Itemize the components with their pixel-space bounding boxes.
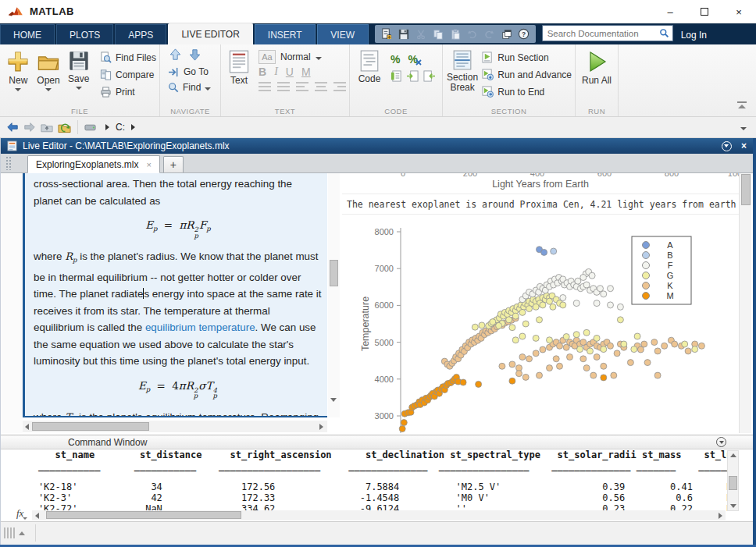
scroll-right-icon[interactable]	[719, 513, 722, 519]
comment-icon[interactable]: %	[390, 53, 400, 66]
search-documentation-box[interactable]	[542, 25, 673, 41]
tab-apps[interactable]: APPS	[115, 24, 166, 44]
window-actions-icon[interactable]	[722, 141, 732, 151]
underline-button[interactable]: U	[286, 66, 294, 78]
open-button[interactable]: Open	[34, 47, 64, 105]
run-section-label: Run Section	[497, 52, 548, 63]
save-icon[interactable]	[395, 27, 412, 42]
run-and-advance-button[interactable]: Run and Advance	[482, 69, 572, 80]
editor-hscroll-thumb[interactable]	[32, 422, 149, 431]
align-right-icon[interactable]	[333, 82, 346, 91]
smart-indent-icon[interactable]	[390, 70, 402, 82]
go-to-label: Go To	[184, 66, 209, 77]
run-to-end-button[interactable]: Run to End	[482, 86, 572, 98]
indent-right-icon[interactable]	[407, 70, 419, 82]
browse-folder-icon[interactable]	[56, 119, 72, 135]
scroll-left-icon[interactable]	[25, 424, 29, 430]
tab-home[interactable]: HOME	[0, 24, 55, 44]
dock-windows-icon[interactable]	[498, 27, 515, 42]
uncomment-icon[interactable]: %	[408, 53, 417, 66]
address-dropdown-arrow[interactable]	[740, 127, 747, 130]
numbered-list-icon[interactable]	[277, 82, 290, 91]
find-files-button[interactable]: Find Files	[100, 52, 156, 63]
cut-icon[interactable]	[412, 27, 430, 42]
maximize-button[interactable]	[687, 0, 722, 23]
bulleted-list-icon[interactable]	[259, 82, 271, 91]
undo-icon[interactable]	[464, 27, 481, 42]
breadcrumb-arrow-icon[interactable]	[131, 124, 135, 130]
new-button[interactable]: New	[3, 47, 34, 105]
log-in-button[interactable]: Log In	[681, 25, 707, 44]
hyperlink[interactable]: equilibrium temperature	[145, 321, 255, 333]
tab-plots[interactable]: PLOTS	[56, 24, 113, 44]
new-script-icon[interactable]	[378, 27, 395, 42]
find-dropdown-arrow[interactable]	[205, 87, 211, 91]
new-tab-button[interactable]: +	[163, 156, 184, 172]
live-editor-document[interactable]: cross-sectional area. Then the total ene…	[23, 173, 327, 417]
command-horizontal-scrollbar[interactable]	[32, 510, 726, 520]
run-all-button[interactable]: Run All	[579, 47, 615, 105]
editor-horizontal-scrollbar[interactable]	[23, 421, 327, 432]
bold-button[interactable]: B	[259, 66, 266, 78]
style-dropdown-arrow[interactable]	[316, 57, 322, 60]
editor-vscroll-thumb[interactable]	[330, 260, 338, 286]
command-vertical-scrollbar[interactable]	[727, 450, 739, 511]
help-icon[interactable]: ?	[515, 27, 533, 42]
command-window-output[interactable]: st_name st_distance st_right_ascension s…	[1, 450, 736, 511]
copy-icon[interactable]	[430, 27, 447, 42]
up-folder-icon[interactable]	[39, 119, 55, 135]
align-left-icon[interactable]	[296, 82, 308, 91]
run-section-button[interactable]: Run Section	[482, 52, 572, 63]
paste-icon[interactable]	[447, 27, 464, 42]
tab-view[interactable]: VIEW	[317, 24, 369, 44]
text-icon	[229, 50, 249, 73]
close-button[interactable]: ×	[722, 0, 756, 23]
go-down-icon[interactable]	[189, 48, 201, 61]
document-vscroll-thumb[interactable]	[741, 174, 751, 205]
align-center-icon[interactable]	[315, 82, 327, 91]
ribbon-group-run: Run All RUN	[576, 44, 619, 116]
go-up-icon[interactable]	[169, 48, 181, 61]
scroll-down-icon[interactable]	[330, 398, 337, 402]
text-button[interactable]: Text	[224, 47, 254, 105]
live-editor-close-icon[interactable]: ×	[741, 140, 747, 151]
editor-vertical-scrollbar[interactable]	[328, 173, 340, 417]
save-dropdown-arrow[interactable]	[76, 87, 82, 90]
redo-icon[interactable]	[481, 27, 498, 42]
minimize-button[interactable]: –	[653, 0, 687, 23]
code-button[interactable]: Code	[353, 47, 386, 105]
ribbon-group-file: New Open Save Find Files Com	[0, 44, 160, 116]
tabstrip-gripper[interactable]	[5, 156, 12, 170]
collapse-ribbon-icon[interactable]	[737, 101, 747, 108]
scroll-right-icon[interactable]	[319, 424, 323, 430]
forward-icon[interactable]	[22, 119, 37, 135]
indent-left-icon[interactable]	[423, 70, 435, 82]
document-tab[interactable]: ExploringExoplanets.mlx ×	[27, 155, 160, 173]
tab-insert[interactable]: INSERT	[255, 24, 316, 44]
section-break-button[interactable]: Section Break	[446, 47, 479, 105]
compare-button[interactable]: Compare	[100, 69, 156, 80]
new-dropdown-arrow[interactable]	[15, 88, 21, 91]
command-vscroll-thumb[interactable]	[729, 476, 737, 490]
scroll-up-icon[interactable]	[730, 453, 736, 457]
print-button[interactable]: Print	[100, 86, 156, 98]
breadcrumb-arrow-icon[interactable]	[105, 124, 109, 130]
command-hscroll-thumb[interactable]	[46, 511, 241, 519]
scroll-down-icon[interactable]	[730, 504, 736, 508]
status-gripper[interactable]	[4, 527, 27, 538]
search-input[interactable]	[546, 28, 659, 39]
open-dropdown-arrow[interactable]	[45, 88, 52, 91]
scroll-left-icon[interactable]	[35, 513, 39, 519]
find-button[interactable]: Find	[168, 80, 217, 95]
command-window-header[interactable]: Command Window	[1, 435, 753, 449]
breadcrumb-drive[interactable]: C:	[116, 122, 125, 133]
tab-live-editor[interactable]: LIVE EDITOR	[168, 23, 252, 44]
italic-button[interactable]: I	[274, 66, 278, 78]
monospace-button[interactable]: M	[301, 66, 311, 78]
go-to-button[interactable]: Go To	[168, 64, 217, 80]
tab-close-icon[interactable]: ×	[146, 160, 151, 169]
back-icon[interactable]	[5, 119, 20, 135]
document-vertical-scrollbar[interactable]	[739, 173, 751, 433]
command-window-menu-icon[interactable]	[716, 437, 726, 447]
save-button[interactable]: Save	[63, 47, 94, 105]
